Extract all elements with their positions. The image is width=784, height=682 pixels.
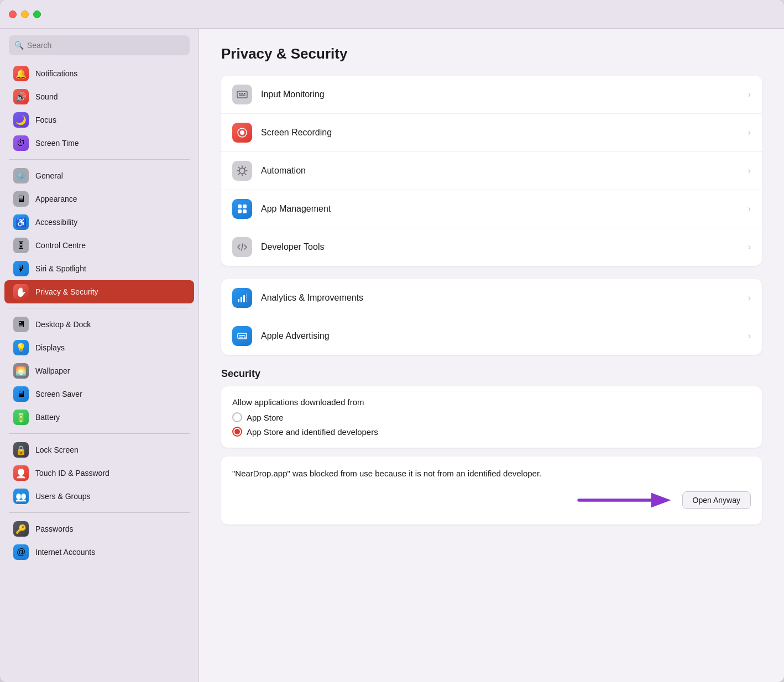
sidebar-item-wallpaper[interactable]: 🌅 Wallpaper <box>4 359 194 382</box>
sidebar-item-accessibility[interactable]: ♿ Accessibility <box>4 211 194 234</box>
sidebar-item-touch-id[interactable]: 👤 Touch ID & Password <box>4 461 194 485</box>
input-monitoring-label: Input Monitoring <box>261 90 739 99</box>
svg-rect-2 <box>242 93 243 94</box>
app-management-row[interactable]: App Management › <box>221 190 762 228</box>
svg-rect-13 <box>241 297 242 302</box>
apple-advertising-row[interactable]: Apple Advertising › <box>221 317 762 355</box>
radio-app-store[interactable]: App Store <box>232 412 751 422</box>
developer-tools-label: Developer Tools <box>261 242 739 252</box>
svg-rect-16 <box>238 333 247 339</box>
sidebar-item-control-centre[interactable]: 🎛 Control Centre <box>4 234 194 257</box>
sidebar-item-label: Lock Screen <box>35 445 79 454</box>
radio-circle-app-store[interactable] <box>232 412 242 422</box>
sidebar-item-label: Notifications <box>35 69 77 78</box>
search-input[interactable] <box>27 41 184 50</box>
svg-rect-14 <box>243 295 245 302</box>
search-bar[interactable]: 🔍 <box>9 35 190 55</box>
app-management-label: App Management <box>261 204 739 214</box>
sidebar-item-label: Internet Accounts <box>35 548 95 557</box>
sidebar-item-label: Displays <box>35 343 65 352</box>
sidebar-item-users-groups[interactable]: 👥 Users & Groups <box>4 485 194 508</box>
sidebar-item-sound[interactable]: 🔊 Sound <box>4 85 194 108</box>
sidebar-item-general[interactable]: ⚙️ General <box>4 164 194 187</box>
internet-accounts-icon: @ <box>13 544 29 560</box>
passwords-icon: 🔑 <box>13 521 29 537</box>
download-source-card: Allow applications downloaded from App S… <box>221 386 762 448</box>
sidebar-item-battery[interactable]: 🔋 Battery <box>4 406 194 429</box>
svg-point-7 <box>239 168 245 174</box>
blocked-message: "NearDrop.app" was blocked from use beca… <box>232 468 751 480</box>
chevron-icon: › <box>748 293 751 303</box>
sidebar-item-label: Screen Time <box>35 139 79 148</box>
sidebar-item-label: Users & Groups <box>35 492 91 501</box>
touch-id-icon: 👤 <box>13 465 29 481</box>
svg-rect-15 <box>246 293 247 302</box>
sidebar-divider-1 <box>9 159 190 160</box>
sidebar-item-screen-saver[interactable]: 🖥 Screen Saver <box>4 382 194 406</box>
sidebar-item-label: Battery <box>35 413 60 422</box>
sidebar-item-label: Focus <box>35 116 56 124</box>
content-area: 🔍 🔔 Notifications 🔊 Sound 🌙 F <box>0 29 784 682</box>
siri-icon: 🎙 <box>13 261 29 276</box>
radio-label-app-store: App Store <box>247 413 284 422</box>
allow-label: Allow applications downloaded from <box>232 397 751 407</box>
sidebar: 🔍 🔔 Notifications 🔊 Sound 🌙 F <box>0 29 199 682</box>
chevron-icon: › <box>748 128 751 138</box>
chevron-icon: › <box>748 331 751 341</box>
close-button[interactable] <box>9 11 17 18</box>
svg-rect-11 <box>243 209 247 213</box>
general-icon: ⚙️ <box>13 168 29 183</box>
security-section: Security Allow applications downloaded f… <box>221 368 762 524</box>
radio-inner <box>234 429 240 434</box>
svg-rect-4 <box>239 95 245 96</box>
radio-app-store-developers[interactable]: App Store and identified developers <box>232 427 751 437</box>
security-title: Security <box>221 368 762 380</box>
sidebar-item-desktop-dock[interactable]: 🖥 Desktop & Dock <box>4 313 194 336</box>
sidebar-item-internet-accounts[interactable]: @ Internet Accounts <box>4 541 194 564</box>
sidebar-item-notifications[interactable]: 🔔 Notifications <box>4 62 194 85</box>
privacy-security-icon: ✋ <box>13 284 29 300</box>
input-monitoring-row[interactable]: Input Monitoring › <box>221 76 762 114</box>
sidebar-divider-3 <box>9 433 190 434</box>
focus-icon: 🌙 <box>13 112 29 128</box>
analytics-improvements-row[interactable]: Analytics & Improvements › <box>221 279 762 317</box>
apple-advertising-icon <box>232 326 252 346</box>
automation-row[interactable]: Automation › <box>221 152 762 190</box>
sidebar-item-displays[interactable]: 💡 Displays <box>4 336 194 359</box>
sidebar-item-focus[interactable]: 🌙 Focus <box>4 108 194 132</box>
radio-circle-developers[interactable] <box>232 427 242 437</box>
open-anyway-button[interactable]: Open Anyway <box>682 491 751 509</box>
fullscreen-button[interactable] <box>33 11 41 18</box>
radio-label-developers: App Store and identified developers <box>247 427 378 437</box>
sound-icon: 🔊 <box>13 89 29 104</box>
sidebar-item-siri-spotlight[interactable]: 🎙 Siri & Spotlight <box>4 257 194 280</box>
sidebar-item-label: General <box>35 171 63 180</box>
sidebar-item-privacy-security[interactable]: ✋ Privacy & Security <box>4 280 194 303</box>
sidebar-divider-2 <box>9 308 190 308</box>
traffic-lights <box>9 11 41 18</box>
svg-rect-3 <box>244 93 245 94</box>
appearance-icon: 🖥 <box>13 191 29 207</box>
developer-tools-row[interactable]: Developer Tools › <box>221 228 762 266</box>
minimize-button[interactable] <box>21 11 29 18</box>
screen-recording-row[interactable]: Screen Recording › <box>221 114 762 152</box>
sidebar-divider-4 <box>9 512 190 513</box>
blocked-app-card: "NearDrop.app" was blocked from use beca… <box>221 457 762 524</box>
displays-icon: 💡 <box>13 340 29 355</box>
sidebar-item-label: Privacy & Security <box>35 287 98 296</box>
sidebar-item-appearance[interactable]: 🖥 Appearance <box>4 187 194 211</box>
svg-point-6 <box>240 130 244 135</box>
sidebar-item-passwords[interactable]: 🔑 Passwords <box>4 517 194 541</box>
screen-recording-label: Screen Recording <box>261 128 739 138</box>
svg-point-17 <box>244 337 246 338</box>
sidebar-item-label: Touch ID & Password <box>35 469 109 478</box>
svg-rect-10 <box>238 209 242 213</box>
sidebar-item-lock-screen[interactable]: 🔒 Lock Screen <box>4 438 194 461</box>
analytics-label: Analytics & Improvements <box>261 293 739 303</box>
sidebar-item-label: Control Centre <box>35 241 86 250</box>
sidebar-item-label: Passwords <box>35 524 73 533</box>
sidebar-item-screen-time[interactable]: ⏱ Screen Time <box>4 132 194 155</box>
desktop-dock-icon: 🖥 <box>13 317 29 332</box>
accessibility-icon: ♿ <box>13 214 29 230</box>
developer-tools-icon <box>232 237 252 257</box>
